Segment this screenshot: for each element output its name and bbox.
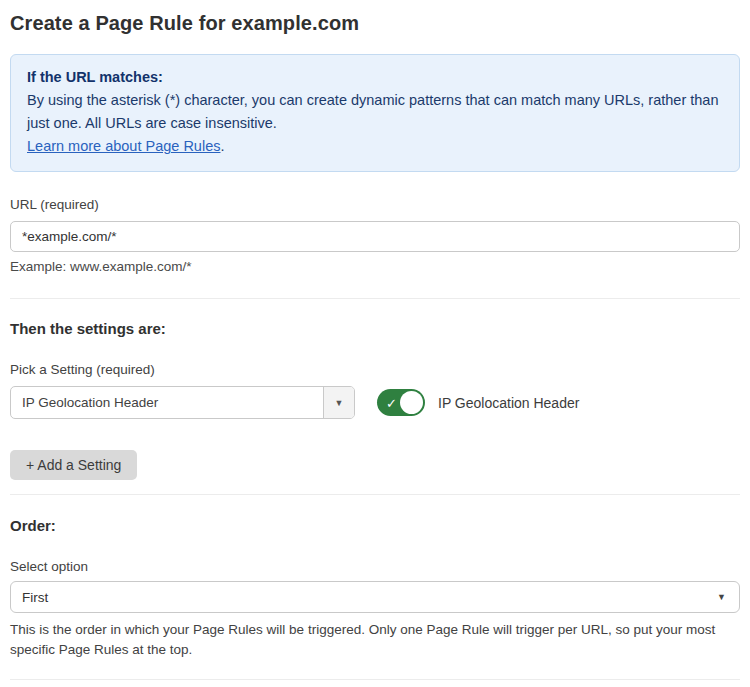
order-select-value: First — [22, 590, 48, 605]
toggle-label: IP Geolocation Header — [438, 395, 579, 411]
add-setting-button[interactable]: + Add a Setting — [10, 450, 137, 480]
ip-geolocation-toggle[interactable]: ✓ — [377, 389, 425, 416]
setting-select-caret-button[interactable]: ▼ — [323, 387, 354, 418]
url-example-text: Example: www.example.com/* — [10, 259, 740, 274]
setting-select-value: IP Geolocation Header — [11, 387, 323, 418]
info-box-body: By using the asterisk (*) character, you… — [27, 89, 723, 135]
order-help-text: This is the order in which your Page Rul… — [10, 620, 740, 660]
create-page-rule-form: Create a Page Rule for example.com If th… — [0, 0, 750, 687]
divider — [10, 679, 740, 680]
setting-row: IP Geolocation Header ▼ ✓ IP Geolocation… — [10, 386, 740, 419]
toggle-knob — [400, 391, 423, 414]
url-field-label: URL (required) — [10, 197, 740, 212]
pick-setting-label: Pick a Setting (required) — [10, 362, 740, 377]
setting-select[interactable]: IP Geolocation Header ▼ — [10, 386, 355, 419]
order-section-heading: Order: — [10, 517, 740, 534]
page-title: Create a Page Rule for example.com — [10, 12, 740, 35]
caret-down-icon: ▼ — [717, 592, 726, 602]
order-select[interactable]: First ▼ — [10, 581, 740, 613]
check-icon: ✓ — [386, 396, 397, 409]
divider — [10, 494, 740, 495]
order-select-label: Select option — [10, 559, 740, 574]
divider — [10, 298, 740, 299]
link-suffix: . — [220, 138, 224, 154]
learn-more-link[interactable]: Learn more about Page Rules — [27, 138, 220, 154]
url-match-info-box: If the URL matches: By using the asteris… — [10, 54, 740, 172]
settings-section-heading: Then the settings are: — [10, 320, 740, 337]
info-box-link-line: Learn more about Page Rules. — [27, 135, 723, 158]
info-box-heading: If the URL matches: — [27, 66, 723, 89]
url-input[interactable] — [10, 221, 740, 252]
caret-down-icon: ▼ — [335, 398, 344, 408]
